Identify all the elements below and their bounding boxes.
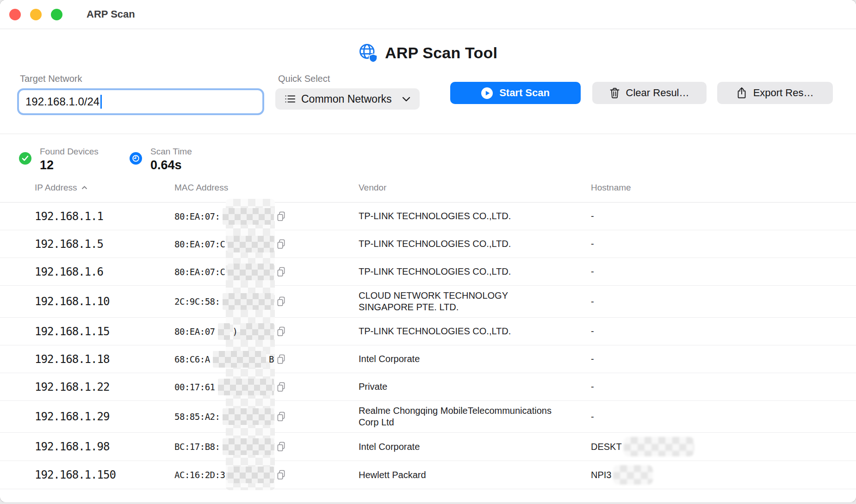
quick-select-dropdown[interactable]: Common Networks — [275, 88, 420, 110]
clear-results-button[interactable]: Clear Resul… — [592, 82, 707, 104]
copy-icon[interactable] — [277, 442, 285, 452]
mac-suffix-text: B — [269, 354, 274, 364]
target-network-group: Target Network 192.168.1.0/24 — [17, 74, 264, 115]
copy-icon[interactable] — [277, 296, 285, 307]
redacted-mac-block — [213, 351, 266, 368]
copy-icon[interactable] — [277, 326, 285, 337]
title-bar: ARP Scan — [0, 0, 856, 29]
copy-icon[interactable] — [277, 267, 285, 277]
table-row[interactable]: 192.168.1.1 80:EA:07: TP-LINK TECHNOLOGI… — [0, 203, 856, 230]
redacted-mac-block — [218, 379, 274, 395]
mac-address-text: 80:EA:07 — [174, 326, 215, 337]
trash-icon — [609, 87, 620, 99]
clear-results-label: Clear Resul… — [626, 87, 689, 99]
scan-time-label: Scan Time — [150, 147, 192, 157]
copy-icon[interactable] — [277, 354, 285, 364]
start-scan-button[interactable]: Start Scan — [450, 82, 581, 104]
column-header-vendor[interactable]: Vendor — [359, 183, 591, 193]
scan-time-stat: Scan Time 0.64s — [130, 147, 192, 172]
results-table: IP Address MAC Address Vendor Hostname 1… — [0, 173, 856, 489]
hostname-text: - — [591, 266, 594, 277]
mac-address-text: 80:EA:07:C — [174, 267, 225, 277]
column-header-ip[interactable]: IP Address — [35, 183, 174, 193]
hostname-text: - — [591, 296, 594, 307]
redacted-mac-block — [223, 408, 274, 425]
mac-fragment-text: ) — [233, 326, 238, 337]
hostname-text: - — [591, 412, 594, 422]
table-row[interactable]: 192.168.1.15 80:EA:07 ) TP-LINK TECHNOLO… — [0, 318, 856, 345]
ip-address-cell: 192.168.1.150 — [35, 468, 174, 481]
copy-icon[interactable] — [277, 382, 285, 392]
page-title: ARP Scan Tool — [385, 44, 497, 62]
list-bullet-icon — [285, 94, 296, 104]
found-devices-label: Found Devices — [40, 147, 99, 157]
hostname-cell: NPI3 — [591, 465, 856, 485]
target-network-label: Target Network — [20, 74, 264, 84]
copy-icon[interactable] — [277, 412, 285, 422]
found-devices-value: 12 — [40, 158, 99, 172]
hostname-text: - — [591, 354, 594, 364]
mac-address-text: 68:C6:A — [174, 354, 210, 364]
ip-address-cell: 192.168.1.10 — [35, 295, 174, 308]
hostname-cell: - — [591, 266, 856, 277]
redacted-hostname-block — [613, 465, 653, 485]
hostname-cell: - — [591, 239, 856, 249]
mac-address-cell: 00:17:61 — [174, 379, 359, 395]
mac-address-cell: AC:16:2D:3 — [174, 467, 359, 483]
export-results-button[interactable]: Export Res… — [717, 82, 833, 104]
ip-address-cell: 192.168.1.6 — [35, 265, 174, 278]
column-header-hostname[interactable]: Hostname — [591, 183, 856, 193]
redacted-mac-block — [223, 208, 274, 225]
copy-icon[interactable] — [277, 211, 285, 221]
start-scan-label: Start Scan — [499, 87, 550, 99]
column-header-mac[interactable]: MAC Address — [174, 183, 359, 193]
scan-stats: Found Devices 12 Scan Time 0.64s — [0, 147, 856, 172]
vendor-cell: TP-LINK TECHNOLOGIES CO.,LTD. — [359, 238, 553, 250]
redacted-mac-block — [223, 438, 274, 455]
hostname-cell: - — [591, 211, 856, 221]
mac-address-cell: 58:85:A2: — [174, 408, 359, 425]
vendor-cell: Intel Corporate — [359, 441, 553, 453]
mac-address-cell: 80:EA:07:C — [174, 264, 359, 280]
ip-address-cell: 192.168.1.15 — [35, 325, 174, 338]
ip-address-cell: 192.168.1.29 — [35, 410, 174, 423]
mac-address-cell: 2C:9C:58: — [174, 293, 359, 310]
hostname-text: - — [591, 381, 594, 392]
minimize-window-button[interactable] — [30, 9, 42, 20]
ip-address-cell: 192.168.1.98 — [35, 440, 174, 453]
share-up-icon — [736, 87, 747, 99]
hostname-text: - — [591, 326, 594, 337]
table-row[interactable]: 192.168.1.29 58:85:A2: Realme Chongqing … — [0, 401, 856, 433]
ip-address-cell: 192.168.1.5 — [35, 238, 174, 251]
redacted-mac-block — [218, 323, 230, 340]
redacted-mac-block — [228, 467, 274, 483]
table-row[interactable]: 192.168.1.10 2C:9C:58: CLOUD NETWORK TEC… — [0, 286, 856, 318]
mac-address-cell: 80:EA:07 ) — [174, 323, 359, 340]
hostname-cell: - — [591, 296, 856, 307]
table-row[interactable]: 192.168.1.6 80:EA:07:C TP-LINK TECHNOLOG… — [0, 258, 856, 286]
redacted-mac-block — [228, 264, 274, 280]
window-title: ARP Scan — [87, 8, 135, 20]
copy-icon[interactable] — [277, 239, 285, 249]
table-row[interactable]: 192.168.1.18 68:C6:A B Intel Corporate - — [0, 345, 856, 373]
chevron-up-icon — [81, 185, 88, 190]
play-circle-icon — [481, 87, 493, 99]
target-network-input[interactable]: 192.168.1.0/24 — [17, 88, 264, 115]
app-window: ARP Scan ARP Scan Tool Target Network 19… — [0, 0, 856, 502]
table-row[interactable]: 192.168.1.98 BC:17:B8: Intel Corporate D… — [0, 433, 856, 461]
mac-address-cell: BC:17:B8: — [174, 438, 359, 455]
hostname-cell: DESKT — [591, 437, 856, 456]
zoom-window-button[interactable] — [51, 9, 62, 20]
table-row[interactable]: 192.168.1.5 80:EA:07:C TP-LINK TECHNOLOG… — [0, 230, 856, 258]
page-header: ARP Scan Tool — [0, 43, 856, 62]
mac-address-text: 2C:9C:58: — [174, 296, 220, 307]
copy-icon[interactable] — [277, 470, 285, 480]
mac-address-cell: 68:C6:A B — [174, 351, 359, 368]
section-divider — [0, 134, 856, 134]
redacted-mac-block — [240, 323, 274, 340]
table-row[interactable]: 192.168.1.150 AC:16:2D:3 Hewlett Packard… — [0, 461, 856, 489]
vendor-cell: Realme Chongqing MobileTelecommunication… — [359, 405, 553, 428]
table-row[interactable]: 192.168.1.22 00:17:61 Private - — [0, 373, 856, 401]
close-window-button[interactable] — [9, 9, 21, 20]
hostname-cell: - — [591, 326, 856, 337]
